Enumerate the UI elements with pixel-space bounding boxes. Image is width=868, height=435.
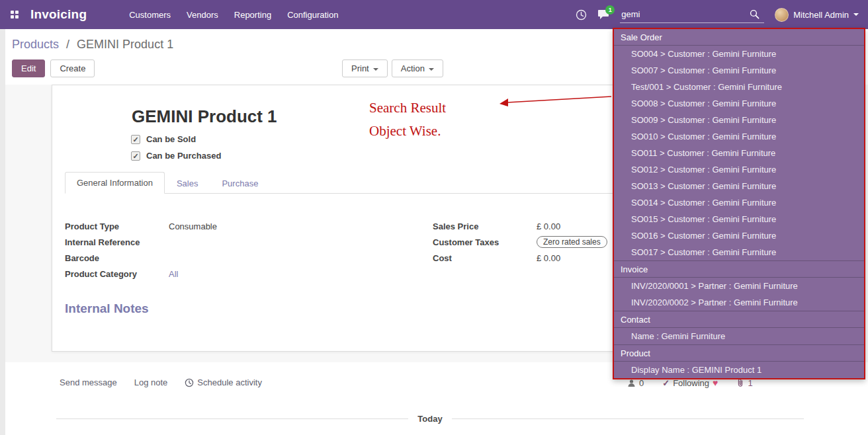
apps-grid-icon [11, 11, 19, 19]
field-value: £ 0.00 [537, 221, 560, 231]
field-row-internal-reference: Internal Reference [65, 236, 409, 248]
create-button[interactable]: Create [50, 59, 95, 77]
search-icon[interactable] [750, 9, 760, 19]
annotation-line1: Search Result [369, 97, 446, 120]
chatter-buttons: Send message Log note Schedule activity [60, 377, 262, 387]
dropdown-result-item[interactable]: SO015 > Customer : Gemini Furniture [614, 211, 864, 227]
field-row-barcode: Barcode [65, 252, 409, 264]
internal-notes-title: Internal Notes [65, 301, 149, 316]
app-name[interactable]: Invoicing [30, 7, 87, 22]
field-value: Consumable [169, 221, 217, 231]
dropdown-result-item[interactable]: SO011 > Customer : Gemini Furniture [614, 145, 864, 161]
attachment-icon [736, 378, 744, 387]
annotation-text: Search Result Object Wise. [369, 97, 446, 143]
breadcrumb: Products / GEMINI Product 1 [12, 38, 173, 52]
dropdown-result-item[interactable]: Test/001 > Customer : Gemini Furniture [614, 79, 864, 95]
field-value: £ 0.00 [537, 253, 560, 263]
dropdown-group-product: Product [614, 344, 864, 362]
tab-general-information[interactable]: General Information [65, 172, 165, 194]
user-name: Mitchell Admin [793, 10, 849, 20]
field-label: Product Category [65, 269, 169, 279]
dropdown-result-item[interactable]: Name : Gemini Furniture [614, 328, 864, 344]
field-label: Product Type [65, 221, 169, 231]
dropdown-result-item[interactable]: SO013 > Customer : Gemini Furniture [614, 178, 864, 194]
action-button[interactable]: Action [392, 59, 443, 77]
checkbox-label: Can be Sold [146, 134, 196, 144]
dropdown-result-item[interactable]: SO004 > Customer : Gemini Furniture [614, 46, 864, 62]
nav-menu-item-vendors[interactable]: Vendors [179, 1, 226, 28]
nav-menu-item-customers[interactable]: Customers [121, 1, 179, 28]
apps-menu-button[interactable] [0, 0, 29, 29]
checkbox-can-be-sold[interactable]: ✓ [131, 135, 140, 144]
dropdown-result-item[interactable]: SO016 > Customer : Gemini Furniture [614, 227, 864, 244]
dropdown-group-invoice: Invoice [614, 260, 864, 278]
today-divider: Today [56, 414, 804, 424]
schedule-activity-button[interactable]: Schedule activity [185, 377, 262, 387]
dropdown-group-contact: Contact [614, 311, 864, 328]
dropdown-result-item[interactable]: SO017 > Customer : Gemini Furniture [614, 244, 864, 260]
record-toolbar: Edit Create [12, 59, 95, 77]
tab-purchase[interactable]: Purchase [210, 173, 270, 194]
field-row-product-type: Product TypeConsumable [65, 220, 409, 232]
action-toolbar: Print Action [342, 59, 443, 77]
tab-sales[interactable]: Sales [165, 173, 210, 194]
divider-line-right [452, 418, 804, 419]
field-row-product-category: Product CategoryAll [65, 268, 409, 280]
activities-clock-icon[interactable] [576, 9, 587, 20]
send-message-button[interactable]: Send message [60, 377, 117, 387]
message-count-badge: 1 [605, 5, 615, 15]
dropdown-result-item[interactable]: INV/2020/0002 > Partner : Gemini Furnitu… [614, 294, 864, 311]
breadcrumb-products-link[interactable]: Products [12, 38, 59, 51]
action-caret-icon [429, 68, 434, 71]
search-dropdown: Sale OrderSO004 > Customer : Gemini Furn… [613, 28, 865, 379]
edit-button[interactable]: Edit [12, 59, 45, 77]
search-input[interactable] [620, 6, 750, 22]
followers-icon [627, 379, 636, 387]
dropdown-result-item[interactable]: Display Name : GEMINI Product 1 [614, 362, 864, 378]
annotation-arrow [498, 91, 617, 110]
dropdown-result-item[interactable]: SO012 > Customer : Gemini Furniture [614, 161, 864, 178]
checkbox-row-can-be-sold: ✓Can be Sold [131, 134, 221, 144]
field-label: Internal Reference [65, 237, 169, 247]
breadcrumb-separator: / [66, 38, 69, 51]
checkbox-can-be-purchased[interactable]: ✓ [131, 151, 140, 161]
annotation-line2: Object Wise. [369, 120, 446, 143]
left-edge-strip [0, 29, 5, 435]
user-menu[interactable]: Mitchell Admin [775, 8, 859, 22]
dropdown-result-item[interactable]: SO014 > Customer : Gemini Furniture [614, 194, 864, 211]
messages-icon[interactable]: 1 [597, 9, 609, 20]
breadcrumb-current: GEMINI Product 1 [77, 38, 173, 51]
divider-line-left [56, 418, 408, 419]
dropdown-result-item[interactable]: SO008 > Customer : Gemini Furniture [614, 95, 864, 112]
form-checkboxes: ✓Can be Sold✓Can be Purchased [131, 134, 221, 167]
print-caret-icon [373, 68, 378, 71]
tax-badge: Zero rated sales [537, 236, 607, 248]
navbar-search [620, 6, 764, 23]
user-caret-icon [853, 13, 859, 16]
field-label: Customer Taxes [433, 237, 537, 247]
user-avatar [775, 8, 789, 22]
dropdown-result-item[interactable]: INV/2020/0001 > Partner : Gemini Furnitu… [614, 278, 864, 294]
nav-menu: CustomersVendorsReportingConfiguration [121, 1, 346, 28]
field-label: Barcode [65, 253, 169, 263]
page: { "colors": { "navbar_bg": "#65498c", "a… [0, 0, 868, 435]
log-note-button[interactable]: Log note [134, 377, 168, 387]
nav-menu-item-reporting[interactable]: Reporting [226, 1, 279, 28]
dropdown-result-item[interactable]: SO010 > Customer : Gemini Furniture [614, 128, 864, 145]
dropdown-result-item[interactable]: SO009 > Customer : Gemini Furniture [614, 112, 864, 128]
checkbox-row-can-be-purchased: ✓Can be Purchased [131, 151, 221, 161]
checkbox-label: Can be Purchased [146, 151, 221, 161]
fields-left: Product TypeConsumableInternal Reference… [65, 220, 409, 284]
dropdown-group-sale-order: Sale Order [614, 29, 864, 46]
nav-menu-item-configuration[interactable]: Configuration [279, 1, 346, 28]
field-label: Sales Price [433, 221, 537, 231]
navbar-right: 1 Mitchell Admin [576, 6, 868, 23]
today-label: Today [417, 414, 442, 424]
top-navbar: Invoicing CustomersVendorsReportingConfi… [0, 0, 868, 29]
product-title: GEMINI Product 1 [132, 106, 277, 127]
dropdown-result-item[interactable]: SO007 > Customer : Gemini Furniture [614, 62, 864, 79]
field-label: Cost [433, 253, 537, 263]
field-value[interactable]: All [169, 269, 178, 279]
schedule-clock-icon [185, 378, 194, 387]
print-button[interactable]: Print [342, 59, 388, 77]
